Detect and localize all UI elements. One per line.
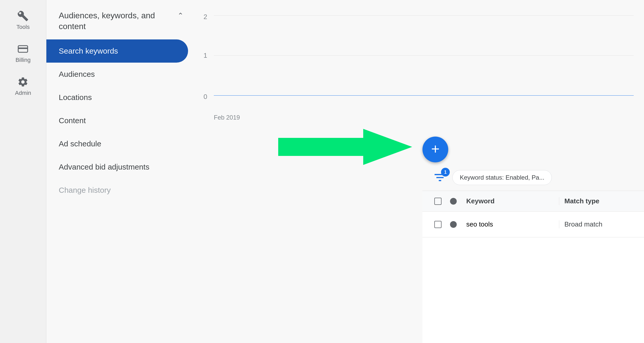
nav-item-label: Advanced bid adjustments <box>59 163 149 171</box>
row-keyword: seo tools <box>461 220 559 228</box>
header-status-dot <box>450 198 457 205</box>
filter-badge: 1 <box>441 168 450 177</box>
header-checkbox-col <box>430 198 446 205</box>
nav-item-label: Audiences <box>59 70 95 79</box>
table-header-row: Keyword Match type <box>422 191 644 212</box>
sidebar-item-billing[interactable]: Billing <box>15 43 31 63</box>
row-status-col <box>446 221 461 228</box>
nav-item-label: Ad schedule <box>59 139 101 148</box>
nav-item-search-keywords[interactable]: Search keywords <box>46 39 188 63</box>
header-checkbox[interactable] <box>434 198 442 205</box>
nav-item-advanced-bid[interactable]: Advanced bid adjustments <box>46 155 196 179</box>
nav-item-label: Locations <box>59 93 92 102</box>
nav-sidebar: Audiences, keywords, and content ⌃ Searc… <box>46 0 196 343</box>
icon-sidebar: Tools Billing Admin <box>0 0 46 343</box>
header-match-type: Match type <box>559 197 636 205</box>
row-checkbox[interactable] <box>434 221 442 228</box>
filter-icon-wrap[interactable]: 1 <box>433 170 447 185</box>
admin-label: Admin <box>15 90 31 96</box>
row-status-dot <box>450 221 457 228</box>
nav-item-change-history[interactable]: Change history <box>46 179 196 202</box>
chart-x-label: Feb 2019 <box>214 114 240 121</box>
nav-section-title: Audiences, keywords, and content <box>59 10 162 32</box>
chart-y-label-2: 2 <box>204 13 207 21</box>
chart-gridline-bottom <box>214 95 634 96</box>
chart-y-label-0: 0 <box>204 93 207 101</box>
billing-label: Billing <box>15 57 31 63</box>
nav-item-audiences[interactable]: Audiences <box>46 63 196 86</box>
chevron-up-icon: ⌃ <box>177 11 183 20</box>
svg-marker-3 <box>278 129 412 165</box>
svg-rect-2 <box>18 48 28 49</box>
sidebar-item-admin[interactable]: Admin <box>15 76 31 96</box>
main-content: 2 1 0 Feb 2019 + 1 Keyword status: Enabl… <box>196 0 644 343</box>
header-keyword: Keyword <box>461 197 559 205</box>
nav-item-label: Change history <box>59 186 111 195</box>
table-row[interactable]: seo tools Broad match <box>422 212 644 237</box>
header-status-col <box>446 198 461 205</box>
chart-gridline-mid <box>214 55 634 56</box>
chart-y-label-1: 1 <box>204 52 207 60</box>
nav-item-locations[interactable]: Locations <box>46 86 196 109</box>
nav-item-ad-schedule[interactable]: Ad schedule <box>46 132 196 155</box>
row-match-type: Broad match <box>559 220 636 228</box>
chart-gridline-top <box>214 15 634 16</box>
sidebar-item-tools[interactable]: Tools <box>16 10 30 30</box>
tools-label: Tools <box>16 24 30 30</box>
filter-area: 1 Keyword status: Enabled, Pa... <box>422 165 644 190</box>
row-checkbox-col <box>430 221 446 228</box>
filter-chip[interactable]: Keyword status: Enabled, Pa... <box>452 170 552 185</box>
chart-area: 2 1 0 Feb 2019 <box>196 0 644 124</box>
green-arrow-annotation <box>278 126 412 169</box>
fab-add-button[interactable]: + <box>422 137 448 162</box>
nav-item-label: Search keywords <box>59 47 118 55</box>
nav-item-label: Content <box>59 116 86 125</box>
data-table: Keyword Match type seo tools Broad match <box>422 191 644 343</box>
nav-section-header[interactable]: Audiences, keywords, and content ⌃ <box>46 0 196 39</box>
fab-plus-icon: + <box>431 142 440 156</box>
nav-item-content[interactable]: Content <box>46 109 196 132</box>
